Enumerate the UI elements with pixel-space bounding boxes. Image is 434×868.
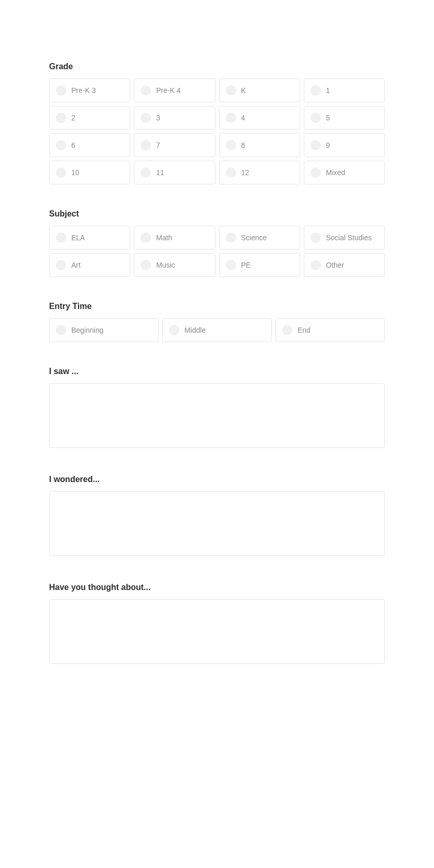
option-label: 6 [71,140,75,150]
radio-icon [56,167,66,178]
subject-section: Subject ELA Math Science Social Studies … [49,209,385,277]
grade-option[interactable]: 4 [219,106,300,130]
option-label: Math [156,233,172,243]
option-label: Pre-K 4 [156,85,180,96]
radio-icon [141,233,151,243]
subject-title: Subject [49,209,385,219]
radio-icon [226,260,236,270]
option-label: Beginning [71,325,103,335]
grade-option[interactable]: 10 [49,161,130,184]
radio-icon [226,140,236,150]
entry-time-option[interactable]: End [275,318,385,342]
option-label: Music [156,260,175,270]
grade-option[interactable]: Pre-K 3 [49,79,130,102]
radio-icon [141,113,151,123]
radio-icon [226,233,236,243]
radio-icon [141,167,151,178]
entry-time-section: Entry Time Beginning Middle End [49,302,385,342]
option-label: Art [71,260,81,270]
radio-icon [56,140,66,150]
i-wondered-section: I wondered... [49,475,385,558]
option-label: ELA [71,233,85,243]
entry-time-option[interactable]: Middle [162,318,272,342]
i-wondered-textarea[interactable] [49,491,385,556]
entry-time-option[interactable]: Beginning [49,318,159,342]
subject-option[interactable]: Art [49,253,130,277]
option-label: 5 [326,113,330,123]
radio-icon [56,113,66,123]
option-label: Middle [184,325,206,335]
option-label: 2 [71,113,75,123]
grade-option[interactable]: 3 [134,106,215,130]
radio-icon [311,167,321,178]
subject-option[interactable]: PE [219,253,300,277]
radio-icon [226,113,236,123]
radio-icon [56,233,66,243]
option-label: 12 [241,167,250,178]
entry-time-title: Entry Time [49,302,385,311]
grade-option[interactable]: Pre-K 4 [134,79,215,102]
option-label: 9 [326,140,330,150]
subject-option[interactable]: Science [219,226,300,250]
grade-option[interactable]: 12 [219,161,300,184]
grade-option[interactable]: 1 [304,79,385,102]
radio-icon [56,85,66,96]
grade-option[interactable]: K [219,79,300,102]
i-wondered-title: I wondered... [49,475,385,484]
option-label: 8 [241,140,245,150]
option-label: 3 [156,113,160,123]
grade-option[interactable]: Mixed [304,161,385,184]
entry-time-options-grid: Beginning Middle End [49,318,385,342]
option-label: 11 [156,167,164,178]
radio-icon [56,325,66,335]
subject-option[interactable]: Math [134,226,215,250]
radio-icon [311,140,321,150]
subject-option[interactable]: Other [304,253,385,277]
grade-option[interactable]: 8 [219,133,300,157]
subject-options-grid: ELA Math Science Social Studies Art Musi… [49,226,385,277]
option-label: End [298,325,311,335]
i-saw-section: I saw ... [49,367,385,450]
thought-about-textarea[interactable] [49,599,385,664]
option-label: Mixed [326,167,345,178]
grade-option[interactable]: 9 [304,133,385,157]
radio-icon [311,260,321,270]
radio-icon [141,85,151,96]
radio-icon [141,260,151,270]
option-label: Other [326,260,344,270]
grade-option[interactable]: 6 [49,133,130,157]
grade-option[interactable]: 11 [134,161,215,184]
radio-icon [169,325,179,335]
subject-option[interactable]: Social Studies [304,226,385,250]
option-label: Science [241,233,267,243]
thought-about-section: Have you thought about... [49,583,385,666]
grade-section: Grade Pre-K 3 Pre-K 4 K 1 2 3 4 5 6 7 8 … [49,62,385,184]
grade-option[interactable]: 7 [134,133,215,157]
subject-option[interactable]: Music [134,253,215,277]
radio-icon [56,260,66,270]
radio-icon [226,85,236,96]
thought-about-title: Have you thought about... [49,583,385,592]
i-saw-title: I saw ... [49,367,385,376]
radio-icon [311,113,321,123]
grade-option[interactable]: 5 [304,106,385,130]
option-label: Social Studies [326,233,372,243]
grade-option[interactable]: 2 [49,106,130,130]
radio-icon [311,85,321,96]
option-label: 4 [241,113,245,123]
grade-options-grid: Pre-K 3 Pre-K 4 K 1 2 3 4 5 6 7 8 9 10 1… [49,79,385,184]
radio-icon [226,167,236,178]
option-label: 7 [156,140,160,150]
option-label: K [241,85,246,96]
option-label: Pre-K 3 [71,85,96,96]
option-label: PE [241,260,251,270]
grade-title: Grade [49,62,385,71]
radio-icon [282,325,292,335]
radio-icon [141,140,151,150]
subject-option[interactable]: ELA [49,226,130,250]
option-label: 1 [326,85,330,96]
radio-icon [311,233,321,243]
option-label: 10 [71,167,80,178]
i-saw-textarea[interactable] [49,383,385,448]
